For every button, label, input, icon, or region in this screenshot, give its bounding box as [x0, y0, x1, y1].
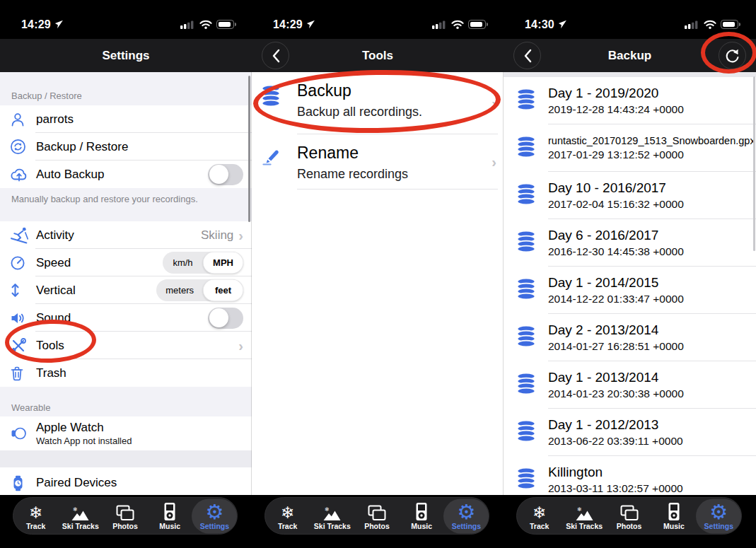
back-button[interactable] — [513, 42, 541, 69]
tab-settings[interactable]: ⚙ Settings — [697, 498, 741, 534]
vertical-row[interactable]: Vertical meters feet — [0, 276, 252, 304]
account-row[interactable]: parrots — [0, 105, 252, 133]
recording-title: Day 1 - 2012/2013 — [548, 417, 752, 433]
tab-label: Photos — [112, 522, 138, 530]
recording-timestamp: 2014-12-22 01:33:47 +0000 — [548, 293, 752, 305]
auto-backup-toggle[interactable] — [208, 164, 243, 185]
cellular-signal-icon — [432, 21, 447, 29]
tab-label: Ski Tracks — [314, 522, 351, 530]
section-gap — [0, 387, 252, 395]
tab-bar: ❄ Track ❄ Ski Tracks Photos — [0, 495, 252, 548]
database-icon — [504, 231, 548, 255]
page-title: Settings — [102, 49, 149, 63]
tab-photos[interactable]: Photos — [354, 498, 399, 534]
backup-content: Day 1 - 2019/2020 2019-12-28 14:43:24 +0… — [504, 72, 756, 495]
apple-watch-row[interactable]: Apple Watch Watch App not installed — [0, 416, 252, 450]
nav-bar: Tools — [252, 39, 504, 72]
ipod-music-icon — [163, 501, 176, 521]
backup-list-item[interactable]: Day 1 - 2013/2014 2014-01-23 20:30:38 +0… — [504, 361, 756, 409]
backup-tool-row[interactable]: Backup Backup all recordings. — [252, 72, 504, 134]
tab-ski-tracks[interactable]: ❄ Ski Tracks — [310, 498, 354, 534]
recording-timestamp: 2017-01-29 13:12:52 +0000 — [548, 148, 752, 161]
tab-music[interactable]: Music — [400, 498, 444, 534]
sound-row[interactable]: Sound — [0, 304, 252, 332]
tab-ski-tracks[interactable]: ❄ Ski Tracks — [58, 498, 103, 534]
backup-list-item[interactable]: Day 10 - 2016/2017 2017-02-04 15:16:32 +… — [504, 172, 756, 219]
vertical-option-feet[interactable]: feet — [203, 279, 243, 301]
speed-row[interactable]: Speed km/h MPH — [0, 249, 252, 276]
cellular-signal-icon — [180, 21, 195, 29]
status-time: 14:29 — [273, 18, 303, 31]
status-bar: 14:29 — [252, 0, 504, 39]
recording-timestamp: 2019-12-28 14:43:24 +0000 — [548, 103, 752, 116]
backup-list-item[interactable]: Day 6 - 2016/2017 2016-12-30 14:45:38 +0… — [504, 219, 756, 267]
backup-list-item[interactable]: Killington 2013-03-11 13:02:57 +0000 — [504, 456, 756, 495]
speed-segmented-control: km/h MPH — [163, 252, 243, 274]
recording-timestamp: 2014-01-27 16:28:51 +0000 — [548, 340, 752, 353]
backup-list-item[interactable]: runtastic_20170129_1513_Snowboarden.gpx … — [504, 124, 756, 172]
tab-music[interactable]: Music — [651, 498, 696, 534]
auto-backup-label: Auto Backup — [36, 168, 208, 182]
gear-icon: ⚙ — [709, 501, 728, 521]
tab-label: Photos — [364, 522, 390, 530]
apple-watch-sub: Watch App not installed — [36, 436, 243, 446]
tab-bar-pill: ❄ Track ❄ Ski Tracks Photos — [264, 497, 489, 535]
recording-timestamp: 2013-03-11 13:02:57 +0000 — [548, 482, 752, 495]
chevron-right-icon — [238, 339, 243, 353]
paired-devices-row[interactable]: Paired Devices — [0, 467, 252, 495]
mountain-snowflake-icon: ❄ — [322, 501, 342, 521]
refresh-button[interactable] — [719, 42, 746, 69]
gear-icon: ⚙ — [205, 501, 223, 521]
tab-label: Ski Tracks — [566, 522, 603, 530]
separator — [297, 189, 498, 190]
tab-track[interactable]: ❄ Track — [517, 498, 562, 534]
tab-settings[interactable]: ⚙ Settings — [444, 498, 489, 534]
svg-text:❄: ❄ — [73, 506, 78, 513]
section-header: Backup / Restore — [0, 72, 252, 105]
scrollbar[interactable] — [753, 76, 755, 251]
scrollbar[interactable] — [248, 76, 250, 222]
tab-settings[interactable]: ⚙ Settings — [192, 498, 237, 534]
status-time: 14:29 — [21, 18, 51, 31]
speed-option-mph[interactable]: MPH — [203, 252, 243, 274]
trash-row[interactable]: Trash — [0, 359, 252, 387]
tab-ski-tracks[interactable]: ❄ Ski Tracks — [562, 498, 606, 534]
sound-toggle[interactable] — [208, 308, 243, 329]
tab-photos[interactable]: Photos — [103, 498, 147, 534]
backup-list-item[interactable]: Day 1 - 2019/2020 2019-12-28 14:43:24 +0… — [504, 77, 756, 124]
tab-label: Track — [278, 522, 297, 530]
settings-screen: 14:29 Settings Backup / R — [0, 0, 252, 548]
rename-tool-row[interactable]: Rename Rename recordings — [252, 134, 504, 190]
recording-timestamp: 2017-02-04 15:16:32 +0000 — [548, 198, 752, 211]
database-icon — [260, 81, 297, 134]
tools-row[interactable]: Tools — [0, 332, 252, 359]
tab-music[interactable]: Music — [148, 498, 192, 534]
activity-row[interactable]: Activity Skiing — [0, 221, 252, 249]
backup-list-item[interactable]: Day 2 - 2013/2014 2014-01-27 16:28:51 +0… — [504, 314, 756, 361]
recording-title: Killington — [548, 465, 752, 480]
recording-title: Day 1 - 2014/2015 — [548, 275, 752, 291]
tab-track[interactable]: ❄ Track — [13, 498, 58, 534]
gear-icon: ⚙ — [457, 501, 475, 521]
watch-icon — [10, 474, 36, 492]
auto-backup-row[interactable]: Auto Backup — [0, 161, 252, 188]
speed-option-kmh[interactable]: km/h — [163, 252, 203, 274]
tools-label: Tools — [36, 339, 238, 353]
tab-label: Track — [530, 522, 549, 530]
database-icon — [504, 136, 548, 161]
backup-list-item[interactable]: Day 1 - 2012/2013 2013-06-22 03:39:11 +0… — [504, 409, 756, 456]
chevron-right-icon — [492, 155, 496, 169]
tab-track[interactable]: ❄ Track — [265, 498, 310, 534]
chevron-left-icon — [272, 49, 280, 63]
trash-icon — [10, 365, 36, 381]
vertical-option-meters[interactable]: meters — [156, 279, 203, 301]
backup-list-item[interactable]: Day 1 - 2014/2015 2014-12-22 01:33:47 +0… — [504, 267, 756, 314]
location-arrow-icon — [306, 20, 315, 29]
page-title: Tools — [362, 49, 393, 63]
settings-content: Backup / Restore parrots — [0, 72, 252, 495]
back-button[interactable] — [262, 42, 289, 69]
tab-photos[interactable]: Photos — [607, 498, 651, 534]
tab-label: Settings — [704, 522, 733, 530]
backup-restore-row[interactable]: Backup / Restore — [0, 133, 252, 161]
backup-restore-label: Backup / Restore — [36, 140, 243, 154]
